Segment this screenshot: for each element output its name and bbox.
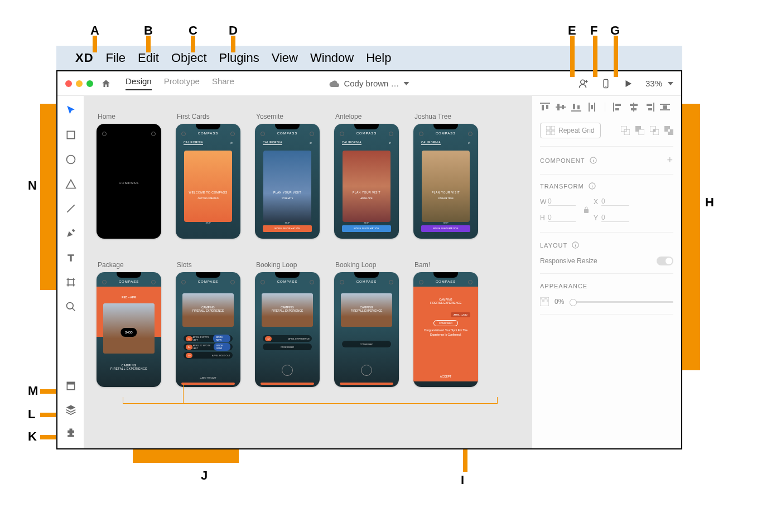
rectangle-tool-icon[interactable]: [65, 129, 76, 141]
invite-user-icon[interactable]: [578, 79, 589, 89]
menu-object[interactable]: Object: [171, 51, 207, 65]
assets-panel-icon[interactable]: [65, 380, 76, 391]
callout-bar-N: [40, 104, 56, 290]
artboard-label[interactable]: Joshua Tree: [414, 113, 478, 120]
artboard-label[interactable]: Booking Loop: [335, 261, 399, 269]
callout-bar-H: [682, 104, 700, 370]
artboard-label[interactable]: Home: [98, 113, 161, 120]
text-tool-icon[interactable]: [65, 252, 76, 263]
artboard-label[interactable]: First Cards: [177, 113, 240, 120]
artboard-tool-icon[interactable]: [65, 277, 76, 288]
chevron-down-icon: [668, 82, 673, 85]
plugins-panel-icon[interactable]: [65, 427, 76, 438]
info-icon[interactable]: [589, 182, 596, 190]
info-icon[interactable]: [572, 241, 579, 249]
label-h: H: [540, 214, 548, 222]
artboard-wrap: Joshua TreeCOMPASSCALIFORNIA⌕PLAN YOUR V…: [413, 113, 478, 239]
boolean-add-icon[interactable]: [621, 126, 630, 135]
width-input[interactable]: [548, 197, 576, 206]
artboard[interactable]: COMPASSCAMPINGFIREFALL EXPERIENCE12APRIL…: [176, 272, 240, 387]
lock-aspect-icon[interactable]: [583, 206, 590, 214]
label-w: W: [540, 198, 548, 206]
minimize-window-icon[interactable]: [76, 80, 83, 87]
polygon-tool-icon[interactable]: [65, 178, 76, 190]
align-bottom-icon[interactable]: [571, 103, 581, 112]
add-component-icon[interactable]: +: [667, 154, 673, 166]
svg-rect-3: [67, 131, 74, 138]
x-input[interactable]: [601, 197, 629, 206]
svg-rect-19: [653, 129, 655, 132]
artboard[interactable]: COMPASSCALIFORNIA⌕PLAN YOUR VISITANTELOP…: [334, 124, 399, 239]
artboard-wrap: Booking LoopCOMPASSCAMPINGFIREFALL EXPER…: [334, 261, 399, 387]
artboard-wrap: HomeCOMPASS: [97, 113, 161, 239]
menu-file[interactable]: File: [106, 51, 126, 65]
artboard-wrap: First CardsCOMPASSCALIFORNIA⌕WELCOME TO …: [176, 113, 240, 239]
artboard-label[interactable]: Package: [98, 261, 161, 269]
opacity-icon: [540, 297, 549, 306]
opacity-slider[interactable]: [570, 301, 673, 303]
tab-design[interactable]: Design: [126, 76, 152, 90]
tab-share[interactable]: Share: [212, 76, 234, 90]
ellipse-tool-icon[interactable]: [65, 154, 76, 165]
mobile-preview-icon[interactable]: [601, 79, 611, 89]
play-preview-icon[interactable]: [623, 79, 633, 89]
align-left-icon[interactable]: [613, 103, 623, 112]
callout-bar-J: [133, 449, 239, 463]
distribute-v-icon[interactable]: [587, 103, 597, 112]
canvas-pasteboard[interactable]: HomeCOMPASSFirst CardsCOMPASSCALIFORNIA⌕…: [84, 96, 532, 448]
menu-help[interactable]: Help: [366, 51, 391, 65]
artboard-label[interactable]: Booking Loop: [256, 261, 320, 269]
artboard[interactable]: COMPASSCALIFORNIA⌕WELCOME TO COMPASSGETT…: [176, 124, 240, 239]
responsive-resize-toggle[interactable]: [657, 257, 673, 265]
doc-title-text: Cody brown …: [344, 79, 399, 88]
artboard[interactable]: COMPASSFEB – APR$450CAMPINGFIREFALL EXPE…: [97, 272, 161, 387]
svg-rect-5: [68, 279, 74, 285]
zoom-control[interactable]: 33%: [645, 79, 673, 88]
select-tool-icon[interactable]: [65, 105, 76, 116]
info-icon[interactable]: [590, 157, 597, 164]
svg-rect-13: [621, 126, 626, 132]
maximize-window-icon[interactable]: [86, 80, 93, 87]
menu-plugins[interactable]: Plugins: [219, 51, 259, 65]
menu-window[interactable]: Window: [310, 51, 354, 65]
artboard-label[interactable]: Bam!: [414, 261, 478, 269]
boolean-intersect-icon[interactable]: [650, 126, 659, 135]
bracket-j: [123, 397, 498, 404]
pen-tool-icon[interactable]: [65, 228, 76, 239]
align-middle-v-icon[interactable]: [556, 103, 566, 112]
height-input[interactable]: [548, 214, 576, 222]
align-right-icon[interactable]: [644, 103, 654, 112]
menu-view[interactable]: View: [272, 51, 298, 65]
distribute-h-icon[interactable]: [660, 103, 670, 112]
svg-rect-9: [546, 126, 550, 130]
artboard[interactable]: COMPASSCAMPINGFIREFALL EXPERIENCEAPRIL 1…: [413, 272, 478, 387]
svg-rect-16: [639, 129, 644, 135]
close-window-icon[interactable]: [65, 80, 72, 87]
svg-rect-14: [624, 129, 630, 135]
boolean-exclude-icon[interactable]: [664, 126, 673, 135]
tab-prototype[interactable]: Prototype: [164, 76, 200, 90]
artboard-label[interactable]: Slots: [177, 261, 240, 269]
artboard-label[interactable]: Antelope: [335, 113, 399, 120]
align-top-icon[interactable]: [540, 103, 550, 112]
menu-xd[interactable]: XD: [75, 51, 94, 65]
artboard-label[interactable]: Yosemite: [256, 113, 320, 120]
opacity-value: 0%: [555, 298, 564, 306]
boolean-subtract-icon[interactable]: [635, 126, 644, 135]
menu-edit[interactable]: Edit: [138, 51, 159, 65]
line-tool-icon[interactable]: [65, 203, 76, 214]
home-icon[interactable]: [101, 79, 111, 89]
artboard[interactable]: COMPASSCAMPINGFIREFALL EXPERIENCECONFIRM…: [334, 272, 399, 387]
artboard-wrap: Bam!COMPASSCAMPINGFIREFALL EXPERIENCEAPR…: [413, 261, 478, 387]
artboard[interactable]: COMPASSCAMPINGFIREFALL EXPERIENCE12APRIL…: [255, 272, 320, 387]
transform-section-label: TRANSFORM: [540, 183, 584, 190]
repeat-grid-button[interactable]: Repeat Grid: [540, 123, 601, 138]
y-input[interactable]: [601, 214, 629, 222]
document-title[interactable]: Cody brown …: [329, 79, 409, 88]
layers-panel-icon[interactable]: [65, 404, 76, 415]
zoom-tool-icon[interactable]: [65, 301, 76, 312]
artboard[interactable]: COMPASSCALIFORNIA⌕PLAN YOUR VISITYOSEMIT…: [255, 124, 320, 239]
artboard[interactable]: COMPASSCALIFORNIA⌕PLAN YOUR VISITJOSHUA …: [413, 124, 478, 239]
align-center-h-icon[interactable]: [629, 103, 639, 112]
artboard[interactable]: COMPASS: [97, 124, 161, 239]
